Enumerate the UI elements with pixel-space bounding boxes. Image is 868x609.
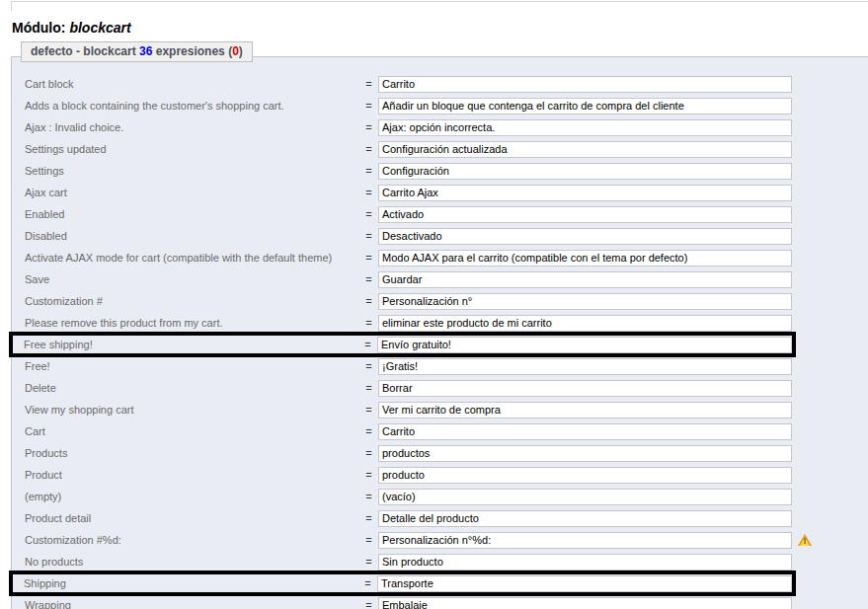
source-string-label: Free shipping! xyxy=(24,339,362,350)
translation-row: Customization # = xyxy=(12,290,868,312)
translation-row: Activate AJAX mode for cart (compatible … xyxy=(12,247,868,268)
translation-input[interactable] xyxy=(378,597,792,609)
translation-row: View my shopping cart = xyxy=(12,399,868,420)
translation-row: Free shipping! = xyxy=(9,332,796,357)
translation-input[interactable] xyxy=(378,98,792,114)
translation-input[interactable] xyxy=(378,76,792,93)
source-string-label: Delete xyxy=(25,382,363,394)
equals-sign: = xyxy=(363,447,374,459)
source-string-label: Please remove this product from my cart. xyxy=(25,317,363,329)
source-string-label: Free! xyxy=(25,360,363,372)
source-string-label: Product detail xyxy=(25,512,363,524)
translation-input[interactable] xyxy=(378,293,792,310)
source-string-label: Ajax cart xyxy=(25,187,363,198)
translation-row: Adds a block containing the customer's s… xyxy=(12,95,868,116)
translation-row: Disabled = xyxy=(12,225,868,247)
equals-sign: = xyxy=(363,143,374,155)
source-string-label: Save xyxy=(25,273,363,285)
translation-row: Delete = xyxy=(12,377,868,399)
translation-row: Please remove this product from my cart.… xyxy=(12,312,868,334)
source-string-label: Cart block xyxy=(25,78,363,90)
translation-row: Customization #%d: = xyxy=(12,529,868,551)
translation-input[interactable] xyxy=(378,315,792,332)
translation-input[interactable] xyxy=(378,141,792,158)
translation-input[interactable] xyxy=(378,185,792,201)
source-string-label: Disabled xyxy=(25,230,363,242)
equals-sign: = xyxy=(363,317,374,329)
translation-input[interactable] xyxy=(377,337,792,353)
translation-row: Cart block = xyxy=(12,73,868,95)
equals-sign: = xyxy=(363,491,374,502)
translation-row: Cart = xyxy=(12,420,868,442)
equals-sign: = xyxy=(363,512,374,524)
source-string-label: No products xyxy=(25,556,363,568)
translation-input[interactable] xyxy=(378,532,792,549)
equals-sign: = xyxy=(363,208,374,220)
source-string-label: Settings updated xyxy=(25,143,363,155)
equals-sign: = xyxy=(363,404,374,416)
source-string-label: Adds a block containing the customer's s… xyxy=(25,100,363,112)
source-string-label: Activate AJAX mode for cart (compatible … xyxy=(25,252,363,264)
translation-row: Product detail = xyxy=(12,507,868,529)
translation-row: Product = xyxy=(12,464,868,486)
translations-fieldset: Cart block = Adds a block containing the… xyxy=(11,56,868,609)
translation-input[interactable] xyxy=(378,380,792,397)
equals-sign: = xyxy=(363,534,374,546)
translation-input[interactable] xyxy=(378,119,792,136)
equals-sign: = xyxy=(363,425,374,437)
translation-row: Ajax : Invalid choice. = xyxy=(12,116,868,138)
source-string-label: View my shopping cart xyxy=(25,404,363,416)
source-string-label: Wrapping xyxy=(25,599,363,609)
equals-sign: = xyxy=(363,165,374,177)
translation-row: Wrapping = xyxy=(12,594,868,609)
translation-row: Save = xyxy=(12,268,868,290)
translation-row: No products = xyxy=(12,551,868,572)
equals-sign: = xyxy=(363,556,374,568)
translation-input[interactable] xyxy=(378,228,792,245)
translation-input[interactable] xyxy=(378,402,792,419)
legend-suffix: expresiones xyxy=(156,44,225,58)
source-string-label: Product xyxy=(25,469,363,481)
translation-input[interactable] xyxy=(378,554,792,571)
source-string-label: Shipping xyxy=(24,577,362,589)
source-string-label: Enabled xyxy=(25,208,363,220)
translation-input[interactable] xyxy=(378,163,792,180)
translation-input[interactable] xyxy=(378,489,792,505)
equals-sign: = xyxy=(363,121,374,133)
translation-input[interactable] xyxy=(377,575,792,592)
equals-sign: = xyxy=(363,295,374,307)
source-string-label: Customization # xyxy=(25,295,363,307)
source-string-label: Ajax : Invalid choice. xyxy=(25,121,363,133)
translation-input[interactable] xyxy=(378,423,792,440)
translation-row: Products = xyxy=(12,442,868,464)
equals-sign: = xyxy=(363,252,374,264)
translation-input[interactable] xyxy=(378,467,792,484)
equals-sign: = xyxy=(362,339,373,350)
translation-input[interactable] xyxy=(378,445,792,462)
equals-sign: = xyxy=(363,469,374,481)
equals-sign: = xyxy=(363,100,374,112)
source-string-label: Customization #%d: xyxy=(25,534,363,546)
translation-row: Settings updated = xyxy=(12,138,868,160)
source-string-label: (empty) xyxy=(25,491,363,502)
translation-row: (empty) = xyxy=(12,486,868,507)
equals-sign: = xyxy=(363,599,374,609)
translation-row: Free! = xyxy=(12,355,868,377)
source-string-label: Settings xyxy=(25,165,363,177)
legend-prefix: defecto - blockcart xyxy=(31,44,136,58)
equals-sign: = xyxy=(363,78,374,90)
translation-input[interactable] xyxy=(378,358,792,375)
module-name: blockcart xyxy=(69,20,130,36)
translation-input[interactable] xyxy=(378,510,792,527)
rows-container: Cart block = Adds a block containing the… xyxy=(12,73,868,609)
warning-icon xyxy=(798,534,812,547)
translation-input[interactable] xyxy=(378,206,792,223)
translation-row: Shipping = xyxy=(9,571,796,596)
translation-input[interactable] xyxy=(378,271,792,288)
translation-row: Enabled = xyxy=(12,203,868,225)
module-heading: Módulo:blockcart xyxy=(12,20,131,36)
translation-input[interactable] xyxy=(378,250,792,266)
equals-sign: = xyxy=(363,273,374,285)
legend-tab[interactable]: defecto - blockcart 36 expresiones (0) xyxy=(21,41,253,62)
legend-expression-count: 36 xyxy=(139,44,152,58)
